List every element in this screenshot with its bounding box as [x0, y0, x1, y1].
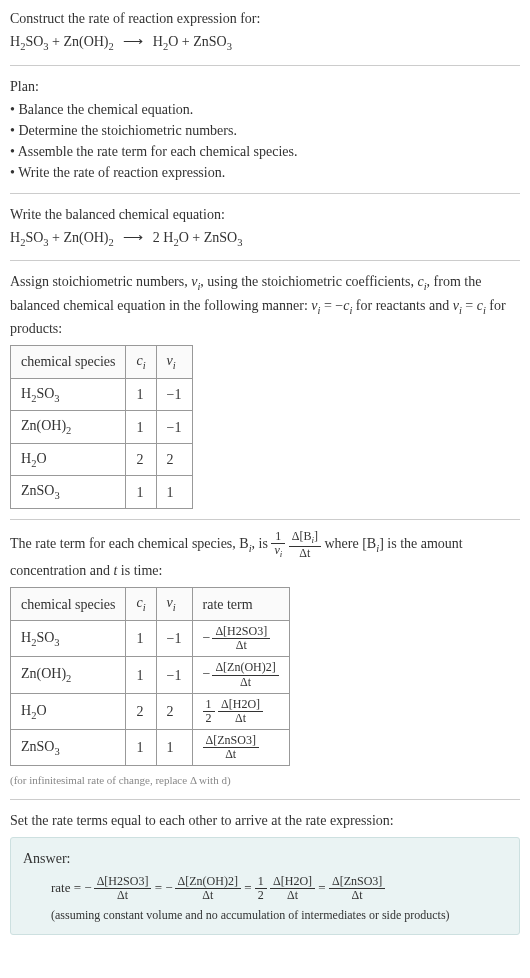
divider [10, 260, 520, 261]
answer-label: Answer: [23, 848, 507, 869]
answer-note: (assuming constant volume and no accumul… [51, 906, 507, 924]
subscript: i [280, 550, 283, 560]
cell-c: 1 [126, 411, 156, 444]
subscript: i [143, 602, 146, 613]
header-c: ci [126, 346, 156, 379]
cell-nu: −1 [156, 620, 192, 656]
table-row: H2SO3 1 −1 [11, 378, 193, 411]
eq-part: H [10, 34, 20, 49]
neg-sign: − [203, 666, 211, 681]
neg-sign: − [165, 880, 172, 895]
stoich-table: chemical species ci νi H2SO3 1 −1 Zn(OH)… [10, 345, 193, 509]
text: = [318, 880, 329, 895]
numerator: Δ[Zn(OH)2] [175, 875, 241, 889]
subscript: 2 [66, 425, 71, 436]
denominator: Δt [94, 889, 152, 902]
eq-part: O + ZnSO [179, 230, 237, 245]
cell-species: Zn(OH)2 [11, 657, 126, 693]
cell-c: 1 [126, 378, 156, 411]
text: rate = [51, 880, 84, 895]
cell-species: ZnSO3 [11, 476, 126, 509]
plan-section: Plan: Balance the chemical equation. Det… [10, 76, 520, 183]
subscript: i [173, 360, 176, 371]
denominator: 2 [203, 712, 215, 725]
denominator: Δt [270, 889, 315, 902]
table-row: H2O 2 2 12 Δ[H2O]Δt [11, 693, 290, 729]
text: , using the stoichiometric coefficients, [200, 274, 417, 289]
subscript: 3 [227, 41, 232, 52]
arrow-icon: ⟶ [123, 230, 143, 245]
numerator: 1 [203, 698, 215, 712]
eq-part: H [153, 34, 163, 49]
fraction: 12 [203, 698, 215, 725]
text: H [21, 630, 31, 645]
eq-part: H [10, 230, 20, 245]
arrow-icon: ⟶ [123, 34, 143, 49]
text: H [21, 451, 31, 466]
cell-c: 1 [126, 657, 156, 693]
text: H [21, 386, 31, 401]
fraction: Δ[H2O]Δt [270, 875, 315, 902]
table-row: ZnSO3 1 1 Δ[ZnSO3]Δt [11, 730, 290, 766]
fraction: 12 [255, 875, 267, 902]
text: ] [314, 529, 318, 543]
header-species: chemical species [11, 588, 126, 621]
subscript: i [143, 360, 146, 371]
eq-part: + Zn(OH) [49, 34, 109, 49]
fraction: Δ[Zn(OH)2]Δt [175, 875, 241, 902]
setequal-section: Set the rate terms equal to each other t… [10, 810, 520, 935]
text: Zn(OH) [21, 666, 66, 681]
text: O [36, 451, 46, 466]
eq-part: 2 H [153, 230, 174, 245]
denominator: Δt [203, 748, 259, 761]
stoich-text: Assign stoichiometric numbers, νi, using… [10, 271, 520, 339]
fraction: Δ[ZnSO3]Δt [203, 734, 259, 761]
numerator: Δ[ZnSO3] [329, 875, 385, 889]
rateterm-section: The rate term for each chemical species,… [10, 530, 520, 789]
text: ZnSO [21, 483, 54, 498]
numerator: 1 [271, 530, 285, 544]
cell-species: ZnSO3 [11, 730, 126, 766]
text: = − [320, 298, 343, 313]
table-header-row: chemical species ci νi rate term [11, 588, 290, 621]
text: SO [36, 630, 54, 645]
answer-box: Answer: rate = −Δ[H2SO3]Δt = −Δ[Zn(OH)2]… [10, 837, 520, 935]
denominator: Δt [329, 889, 385, 902]
plan-item: Assemble the rate term for each chemical… [10, 141, 520, 162]
cell-c: 1 [126, 730, 156, 766]
table-row: Zn(OH)2 1 −1 −Δ[Zn(OH)2]Δt [11, 657, 290, 693]
eq-part: O + ZnSO [168, 34, 226, 49]
cell-rate: −Δ[H2SO3]Δt [192, 620, 289, 656]
plan-list: Balance the chemical equation. Determine… [10, 99, 520, 183]
eq-part: + Zn(OH) [49, 230, 109, 245]
header-c: ci [126, 588, 156, 621]
plan-item: Write the rate of reaction expression. [10, 162, 520, 183]
text: where [B [325, 536, 377, 551]
header-nu: νi [156, 346, 192, 379]
text: Zn(OH) [21, 418, 66, 433]
fraction: 1νi [271, 530, 285, 560]
neg-sign: − [203, 630, 211, 645]
subscript: i [173, 602, 176, 613]
text: The rate term for each chemical species,… [10, 536, 249, 551]
text: H [21, 703, 31, 718]
eq-part: SO [25, 34, 43, 49]
text: for reactants and [352, 298, 452, 313]
cell-nu: −1 [156, 411, 192, 444]
text: = [155, 880, 166, 895]
text: Δ[B [292, 529, 312, 543]
fraction: Δ[H2SO3]Δt [94, 875, 152, 902]
stoich-section: Assign stoichiometric numbers, νi, using… [10, 271, 520, 509]
text: is time: [117, 563, 162, 578]
fraction: Δ[Zn(OH)2]Δt [212, 661, 278, 688]
cell-c: 2 [126, 443, 156, 476]
text: SO [36, 386, 54, 401]
text: = [462, 298, 477, 313]
divider [10, 65, 520, 66]
numerator: Δ[Zn(OH)2] [212, 661, 278, 675]
text: = [244, 880, 255, 895]
infinitesimal-note: (for infinitesimal rate of change, repla… [10, 772, 520, 789]
plan-item: Determine the stoichiometric numbers. [10, 120, 520, 141]
numerator: Δ[Bi] [289, 530, 321, 547]
cell-species: H2SO3 [11, 620, 126, 656]
